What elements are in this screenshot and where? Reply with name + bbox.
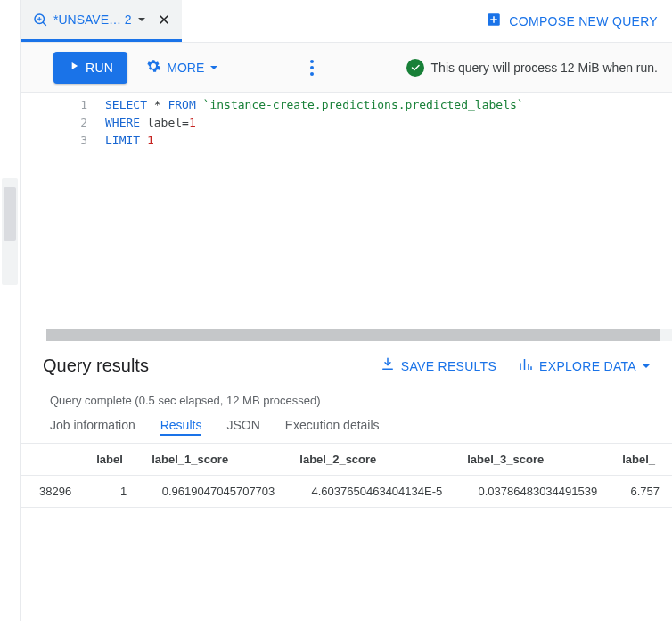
sql-editor[interactable]: 1 2 3 SELECT * FROM `instance-create.pre… (21, 93, 672, 329)
results-table-wrap: label label_1_score label_2_score label_… (21, 443, 672, 508)
gear-icon (145, 58, 161, 77)
run-button[interactable]: RUN (53, 52, 127, 84)
tab-execution-details[interactable]: Execution details (285, 418, 380, 436)
table-row[interactable]: 38296 1 0.9619047045707703 4.60376504634… (21, 476, 672, 508)
explore-data-label: EXPLORE DATA (539, 359, 636, 373)
svg-point-4 (310, 72, 314, 76)
query-status: This query will process 12 MiB when run. (406, 59, 658, 77)
save-results-button[interactable]: SAVE RESULTS (380, 356, 496, 375)
svg-point-2 (310, 60, 314, 63)
svg-point-3 (310, 66, 314, 69)
editor-toolbar: RUN MORE This query will process 12 MiB … (21, 43, 672, 93)
run-label: RUN (86, 61, 113, 75)
line-number-gutter: 1 2 3 (21, 93, 102, 329)
results-title: Query results (43, 355, 358, 376)
code-area[interactable]: SELECT * FROM `instance-create.predictio… (102, 93, 672, 329)
chevron-down-icon (209, 61, 218, 75)
line-number: 2 (21, 114, 87, 132)
plus-icon (486, 12, 502, 30)
table-header-row: label label_1_score label_2_score label_… (21, 444, 672, 476)
status-text: This query will process 12 MiB when run. (431, 61, 658, 75)
line-number: 1 (21, 96, 87, 114)
compose-new-query-button[interactable]: COMPOSE NEW QUERY (479, 12, 665, 30)
chevron-down-icon (642, 359, 651, 373)
column-header: label (84, 444, 139, 476)
cell-score: 0.9619047045707703 (139, 476, 287, 508)
query-complete-text: Query complete (0.5 sec elapsed, 12 MB p… (21, 383, 672, 418)
cell-row-id: 38296 (21, 476, 84, 508)
tab-unsaved-query[interactable]: *UNSAVE… 2 (21, 0, 182, 42)
column-header (21, 444, 84, 476)
column-header: label_ (610, 444, 672, 476)
column-header: label_2_score (287, 444, 455, 476)
results-header: Query results SAVE RESULTS EXPLORE DATA (21, 341, 672, 383)
download-icon (380, 356, 396, 375)
play-icon (68, 60, 80, 75)
check-circle-icon (406, 59, 424, 77)
explore-data-button[interactable]: EXPLORE DATA (518, 356, 651, 375)
cell-label: 1 (84, 476, 139, 508)
chevron-down-icon[interactable] (137, 12, 146, 27)
cell-score: 0.03786483034491539 (455, 476, 610, 508)
save-results-label: SAVE RESULTS (401, 359, 496, 373)
column-header: label_1_score (139, 444, 287, 476)
tab-job-information[interactable]: Job information (50, 418, 135, 436)
horizontal-scrollbar-thumb[interactable] (46, 329, 660, 341)
tab-bar: *UNSAVE… 2 COMPOSE NEW QUERY (21, 0, 672, 43)
results-table: label label_1_score label_2_score label_… (21, 444, 672, 508)
left-scroll-gutter (0, 0, 21, 621)
cell-score: 6.757 (610, 476, 672, 508)
result-tabs: Job information Results JSON Execution d… (21, 418, 672, 443)
close-icon[interactable] (157, 12, 171, 27)
tab-results[interactable]: Results (160, 418, 202, 436)
scrollbar-thumb[interactable] (4, 187, 16, 241)
tab-label: *UNSAVE… 2 (53, 12, 132, 27)
kebab-menu-icon[interactable] (301, 60, 323, 76)
more-label: MORE (167, 61, 204, 75)
horizontal-scrollbar[interactable] (46, 329, 672, 341)
cell-score: 4.6037650463404134E-5 (287, 476, 455, 508)
query-icon (32, 12, 48, 28)
tab-json[interactable]: JSON (226, 418, 259, 436)
line-number: 3 (21, 132, 87, 150)
column-header: label_3_score (455, 444, 610, 476)
compose-label: COMPOSE NEW QUERY (509, 14, 658, 29)
more-button[interactable]: MORE (145, 58, 218, 77)
chart-icon (518, 356, 534, 375)
